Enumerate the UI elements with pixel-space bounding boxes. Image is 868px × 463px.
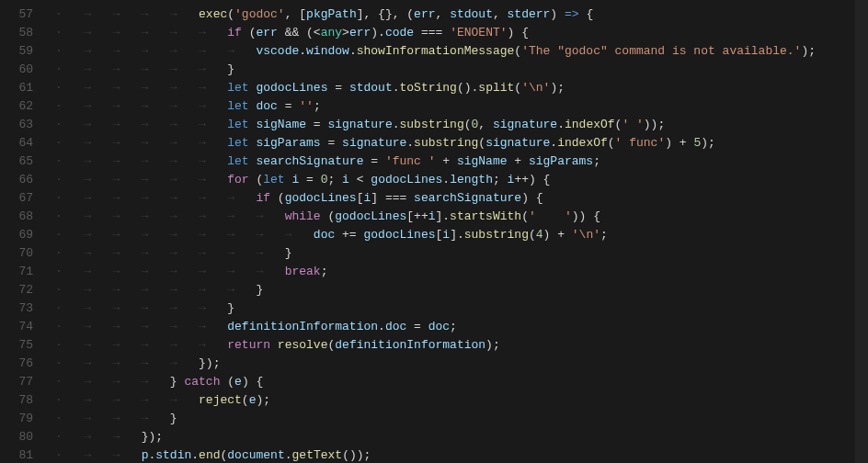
code-token: err (349, 24, 371, 42)
code-token: + (508, 152, 529, 171)
code-token: = (406, 318, 428, 336)
code-token: ); (801, 42, 816, 61)
whitespace-indicator: · → → → → → (55, 97, 227, 116)
whitespace-indicator: · → → → → (55, 6, 199, 24)
code-line[interactable]: · → → → → → definitionInformation.doc = … (55, 318, 868, 336)
code-line[interactable]: · → → → → → let sigName = signature.subs… (55, 116, 868, 134)
code-token: indexOf (565, 116, 615, 134)
code-token: ) { (508, 24, 529, 42)
code-line[interactable]: · → → → → → let sigParams = signature.su… (55, 134, 868, 152)
code-line[interactable]: · → → p.stdin.end(document.getText()); (55, 446, 868, 463)
whitespace-indicator: · → → → → → → (55, 189, 256, 208)
code-token: substring (400, 116, 464, 134)
code-token: } (170, 373, 185, 391)
code-token: . (349, 42, 357, 61)
code-token: { (579, 6, 594, 24)
code-token: doc (256, 97, 277, 116)
whitespace-indicator: · → → (55, 446, 142, 463)
code-line[interactable]: · → → → → → let doc = ''; (55, 97, 868, 116)
code-token: substring (414, 134, 478, 152)
code-line[interactable]: · → → → → → } (55, 61, 868, 79)
code-line[interactable]: · → → → → → → → break; (55, 263, 868, 281)
code-token: split (478, 79, 514, 97)
code-token: ( (478, 134, 485, 152)
code-token: = (327, 79, 348, 97)
whitespace-indicator: · → → → → → → → → (55, 226, 314, 244)
code-token: godocLines (285, 189, 357, 208)
line-number: 65 (0, 152, 55, 171)
code-token: ; (450, 318, 457, 336)
vertical-scrollbar[interactable] (855, 0, 868, 463)
code-token: ()); (342, 446, 371, 463)
line-number: 67 (0, 189, 55, 208)
code-line[interactable]: · → → → → → → vscode.window.showInformat… (55, 42, 868, 61)
code-token: let (227, 152, 248, 171)
code-line[interactable]: · → → → } (55, 410, 868, 428)
code-token: = (306, 116, 327, 134)
code-line[interactable]: · → → → → → if (err && (<any>err).code =… (55, 24, 868, 42)
code-token: 4 (536, 226, 543, 244)
code-token: , (436, 6, 451, 24)
line-number: 71 (0, 263, 55, 281)
code-token: ' ' (622, 116, 643, 134)
code-token: 'ENOENT' (450, 24, 507, 42)
whitespace-indicator: · → → → → → → → (55, 244, 285, 263)
code-area[interactable]: · → → → → exec('godoc', [pkgPath], {}, (… (55, 0, 868, 463)
code-token: }); (199, 355, 220, 373)
line-number: 79 (0, 410, 55, 428)
code-token: ( (220, 446, 227, 463)
code-line[interactable]: · → → → → }); (55, 355, 868, 373)
code-line[interactable]: · → → → → → → } (55, 281, 868, 299)
code-token: 'godoc' (234, 6, 285, 24)
code-token: ) { (242, 373, 263, 391)
code-line[interactable]: · → → → → exec('godoc', [pkgPath], {}, (… (55, 6, 868, 24)
code-token: ]. (436, 208, 451, 226)
code-token: let (227, 79, 248, 97)
code-token: indexOf (557, 134, 608, 152)
line-number: 61 (0, 79, 55, 97)
code-token: = (299, 171, 320, 189)
line-number: 76 (0, 355, 55, 373)
line-number: 62 (0, 97, 55, 116)
code-token: godocLines (256, 79, 327, 97)
code-line[interactable]: · → → → → → let searchSignature = 'func … (55, 152, 868, 171)
code-line[interactable]: · → → → } catch (e) { (55, 373, 868, 391)
code-token: ) + (543, 226, 572, 244)
code-line[interactable]: · → → }); (55, 428, 868, 446)
code-token: catch (184, 373, 220, 391)
whitespace-indicator: · → → (55, 428, 142, 446)
line-number: 59 (0, 42, 55, 61)
code-token: > (342, 24, 349, 42)
code-line[interactable]: · → → → → → → → } (55, 244, 868, 263)
code-line[interactable]: · → → → → → } (55, 299, 868, 318)
code-line[interactable]: · → → → → → → if (godocLines[i] === sear… (55, 189, 868, 208)
code-token: ( (327, 336, 335, 355)
code-token: err (256, 24, 277, 42)
whitespace-indicator: · → → → → (55, 391, 199, 410)
code-line[interactable]: · → → → → reject(e); (55, 391, 868, 410)
code-line[interactable]: · → → → → → → → → doc += godocLines[i].s… (55, 226, 868, 244)
code-token: && (< (278, 24, 321, 42)
code-token: '\n' (521, 79, 550, 97)
code-line[interactable]: · → → → → → return resolve(definitionInf… (55, 336, 868, 355)
code-token: code (385, 24, 414, 42)
code-token: [ (436, 226, 443, 244)
code-token: . (442, 171, 450, 189)
code-token: . (148, 446, 155, 463)
code-token: break (285, 263, 321, 281)
whitespace-indicator: · → → → → → (55, 79, 227, 97)
code-line[interactable]: · → → → → → let godocLines = stdout.toSt… (55, 79, 868, 97)
code-token: signature (493, 116, 557, 134)
whitespace-indicator: · → → → → → (55, 299, 227, 318)
code-token: [++ (406, 208, 428, 226)
code-token: stdout (450, 6, 493, 24)
code-token: end (199, 446, 220, 463)
code-token: = (278, 97, 299, 116)
code-token: 'The "godoc" command is not available.' (521, 42, 801, 61)
code-token: reject (199, 391, 242, 410)
code-token: e (234, 373, 242, 391)
code-editor[interactable]: 5758596061626364656667686970717273747576… (0, 0, 868, 463)
code-line[interactable]: · → → → → → for (let i = 0; i < godocLin… (55, 171, 868, 189)
code-token: sigName (256, 116, 306, 134)
code-line[interactable]: · → → → → → → → while (godocLines[++i].s… (55, 208, 868, 226)
